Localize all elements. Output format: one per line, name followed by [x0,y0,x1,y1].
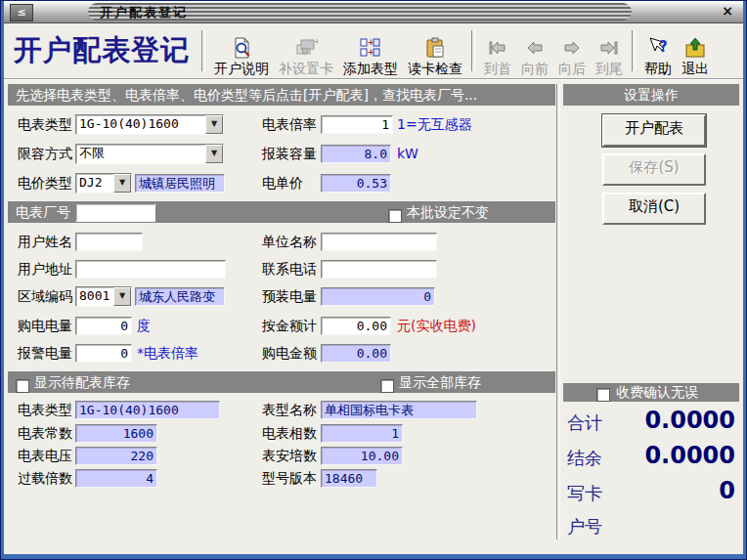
show-pending-checkbox[interactable] [16,375,29,397]
toolbar-button-add-card: + 补设置卡 [274,24,338,77]
preload-label: 预装电量 [262,286,317,306]
toolbar-label: 帮助 [644,61,672,76]
checkbox-icon[interactable] [16,379,29,393]
buy-amount-label: 购电金额 [262,343,317,363]
type-name-field: 单相国标电卡表 [321,401,477,419]
capacity-unit: kW [397,144,418,163]
exit-folder-icon [683,35,707,61]
unit-price-label: 电单价 [262,173,303,193]
toolbar-label: 开户说明 [214,61,269,76]
toolbar-label: 到尾 [595,61,623,76]
instruction-text: 先选择电表类型、电表倍率、电价类型等后点击[开户配表]，查找电表厂号... [16,84,477,106]
toolbar-button-last: 到尾 [591,24,628,77]
toolbar-button-first: 到首 [479,24,516,77]
toolbar-button-add-meter-type[interactable]: ++ 添加表型 [338,24,403,77]
prev-arrow-icon [525,35,545,61]
region-code-label: 区域编码 [18,286,72,306]
stock-bar: 显示待配表库存 显示全部库存 [8,371,555,393]
checkbox-icon[interactable] [388,209,402,223]
app-logo-icon: ≤ [10,4,33,22]
user-addr-input[interactable] [75,260,226,279]
window-title: 开户配表登记 [100,4,188,22]
toolbar-button-read-card[interactable]: 读卡检查 [403,24,467,77]
ampere-field: 10.00 [321,447,403,465]
user-name-input[interactable] [75,233,143,251]
chevron-down-icon[interactable]: ▼ [205,145,223,163]
chevron-down-icon[interactable]: ▼ [113,174,131,193]
factory-input[interactable] [75,203,155,222]
panel-divider [556,84,560,539]
batch-fixed-label: 本批设定不变 [407,201,489,223]
close-icon[interactable]: × [718,3,737,20]
alarm-qty-unit: *电表倍率 [137,343,198,363]
limit-mode-value: 不限 [76,145,205,163]
alarm-qty-input[interactable] [75,344,132,363]
region-desc-field: 城东人民路变 [135,287,225,306]
voltage-field: 220 [75,447,157,465]
svg-text:?: ? [659,38,668,56]
batch-fixed-checkbox[interactable] [388,205,402,227]
price-type-combobox[interactable]: DJ2 ▼ [75,173,132,194]
ampere-label: 表安培数 [262,446,317,465]
toolbar-button-exit[interactable]: 退出 [677,24,714,77]
phase-label: 电表相数 [262,423,317,443]
meter-type-value: 1G-10(40)1600 [76,115,205,134]
next-arrow-icon [562,35,582,61]
overload-label: 过载倍数 [18,468,72,488]
checkbox-icon[interactable] [596,388,610,402]
toolbar-label: 向后 [558,61,586,76]
toolbar-separator [632,30,636,71]
ratio-input[interactable] [321,115,393,134]
chevron-down-icon[interactable]: ▼ [205,115,223,134]
limit-mode-combobox[interactable]: 不限 ▼ [75,144,224,164]
amount-unit: 元(实收电费) [397,316,476,335]
title-bar: ≤ 开户配表登记 × [4,1,743,23]
total-value: 0.0000 [591,406,735,435]
side-panel-header: 设置操作 [563,84,739,106]
toolbar-button-help[interactable]: ? 帮助 [639,24,677,77]
doc-search-icon [230,35,253,61]
ratio-hint: 1=无互感器 [397,114,472,134]
toolbar-label: 退出 [681,61,709,76]
version-field: 18460 [321,469,377,488]
client-area: 开户配表登记 开户说明 + 补设置卡 ++ 添加表型 [4,23,743,554]
overload-field: 4 [75,469,157,488]
limit-mode-label: 限容方式 [18,144,72,163]
version-label: 型号版本 [262,468,317,488]
preload-field: 0 [321,287,435,306]
confirm-checkbox[interactable] [596,386,610,405]
show-all-label: 显示全部库存 [399,371,481,393]
last-arrow-icon [599,35,619,61]
phone-input[interactable] [321,260,437,279]
open-account-button[interactable]: 开户配表 [602,114,706,147]
ratio-label: 电表倍率 [262,114,317,134]
card-plus-icon: + [294,35,318,61]
app-window: ≤ 开户配表登记 × 开户配表登记 开户说明 + 补设置卡 + [0,0,747,560]
buy-qty-label: 购电电量 [18,316,72,335]
confirm-label: 收费确认无误 [616,383,698,402]
region-code-combobox[interactable]: 8001 ▼ [75,286,132,307]
help-icon: ? [646,35,670,61]
constant-field: 1600 [75,424,157,443]
buy-qty-input[interactable] [75,317,132,335]
toolbar-label: 到首 [484,61,511,76]
save-button: 保存(S) [602,153,706,186]
checkbox-icon[interactable] [380,379,394,393]
meter-type-label: 电表类型 [18,114,72,134]
chevron-down-icon[interactable]: ▼ [113,287,131,306]
user-name-label: 用户姓名 [18,232,72,251]
amount-input[interactable] [321,317,391,335]
price-type-label: 电价类型 [18,173,72,193]
cancel-button[interactable]: 取消(C) [602,193,706,225]
buy-amount-field: 0.00 [321,344,391,363]
toolbar-button-open-help[interactable]: 开户说明 [209,24,274,77]
toolbar-separator [201,30,205,71]
show-all-checkbox[interactable] [380,375,394,397]
org-name-input[interactable] [321,233,437,251]
meter-type-combobox[interactable]: 1G-10(40)1600 ▼ [75,114,224,135]
instruction-bar: 先选择电表类型、电表倍率、电价类型等后点击[开户配表]，查找电表厂号... [8,84,555,106]
toolbar-label: 补设置卡 [279,61,333,76]
page-title: 开户配表登记 [14,31,190,70]
clipboard-icon [423,35,447,61]
toolbar-label: 添加表型 [343,61,398,76]
